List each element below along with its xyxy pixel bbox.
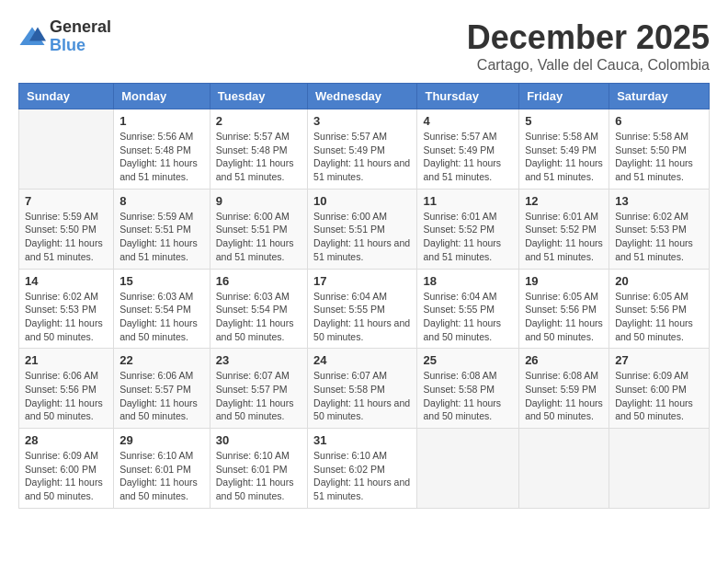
calendar-header-saturday: Saturday [609, 84, 710, 109]
calendar-cell [417, 429, 519, 509]
calendar-cell: 21Sunrise: 6:06 AM Sunset: 5:56 PM Dayli… [19, 349, 114, 429]
logo-blue: Blue [50, 37, 111, 55]
day-info: Sunrise: 5:58 AM Sunset: 5:50 PM Dayligh… [615, 130, 703, 184]
day-info: Sunrise: 6:10 AM Sunset: 6:01 PM Dayligh… [216, 449, 301, 503]
day-info: Sunrise: 6:09 AM Sunset: 6:00 PM Dayligh… [615, 369, 703, 423]
logo-general: General [50, 18, 111, 37]
day-info: Sunrise: 6:07 AM Sunset: 5:58 PM Dayligh… [313, 369, 411, 423]
day-number: 25 [423, 353, 513, 367]
logo: General Blue [18, 18, 111, 55]
day-info: Sunrise: 6:05 AM Sunset: 5:56 PM Dayligh… [525, 290, 603, 344]
day-info: Sunrise: 6:03 AM Sunset: 5:54 PM Dayligh… [119, 290, 204, 344]
calendar-header-monday: Monday [114, 84, 210, 109]
day-number: 3 [313, 114, 411, 128]
day-number: 11 [423, 194, 513, 208]
calendar-header-row: SundayMondayTuesdayWednesdayThursdayFrid… [19, 84, 710, 109]
day-number: 27 [615, 353, 703, 367]
day-number: 16 [216, 274, 301, 288]
calendar-cell: 31Sunrise: 6:10 AM Sunset: 6:02 PM Dayli… [308, 429, 417, 509]
day-info: Sunrise: 6:01 AM Sunset: 5:52 PM Dayligh… [423, 210, 513, 264]
calendar-cell: 9Sunrise: 6:00 AM Sunset: 5:51 PM Daylig… [210, 189, 307, 269]
day-info: Sunrise: 6:00 AM Sunset: 5:51 PM Dayligh… [313, 210, 411, 264]
calendar-cell: 25Sunrise: 6:08 AM Sunset: 5:58 PM Dayli… [417, 349, 519, 429]
logo-icon [18, 26, 46, 48]
calendar-header-thursday: Thursday [417, 84, 519, 109]
calendar-cell [609, 429, 710, 509]
calendar-header-sunday: Sunday [19, 84, 114, 109]
day-number: 26 [525, 353, 603, 367]
day-number: 21 [25, 353, 108, 367]
calendar-cell: 18Sunrise: 6:04 AM Sunset: 5:55 PM Dayli… [417, 269, 519, 349]
calendar-cell: 11Sunrise: 6:01 AM Sunset: 5:52 PM Dayli… [417, 189, 519, 269]
calendar-header-tuesday: Tuesday [210, 84, 307, 109]
calendar-cell: 4Sunrise: 5:57 AM Sunset: 5:49 PM Daylig… [417, 109, 519, 190]
day-info: Sunrise: 6:06 AM Sunset: 5:57 PM Dayligh… [119, 369, 204, 423]
day-info: Sunrise: 5:57 AM Sunset: 5:49 PM Dayligh… [313, 130, 411, 184]
calendar-cell: 3Sunrise: 5:57 AM Sunset: 5:49 PM Daylig… [308, 109, 417, 190]
day-info: Sunrise: 6:08 AM Sunset: 5:59 PM Dayligh… [525, 369, 603, 423]
header: General Blue December 2025 Cartago, Vall… [18, 18, 710, 74]
calendar-week-5: 28Sunrise: 6:09 AM Sunset: 6:00 PM Dayli… [19, 429, 710, 509]
day-info: Sunrise: 6:00 AM Sunset: 5:51 PM Dayligh… [216, 210, 301, 264]
day-info: Sunrise: 6:08 AM Sunset: 5:58 PM Dayligh… [423, 369, 513, 423]
calendar-cell: 27Sunrise: 6:09 AM Sunset: 6:00 PM Dayli… [609, 349, 710, 429]
day-info: Sunrise: 6:04 AM Sunset: 5:55 PM Dayligh… [423, 290, 513, 344]
day-number: 6 [615, 114, 703, 128]
day-number: 30 [216, 433, 301, 447]
day-number: 14 [25, 274, 108, 288]
calendar-cell: 2Sunrise: 5:57 AM Sunset: 5:48 PM Daylig… [210, 109, 307, 190]
day-info: Sunrise: 6:01 AM Sunset: 5:52 PM Dayligh… [525, 210, 603, 264]
calendar-cell: 5Sunrise: 5:58 AM Sunset: 5:49 PM Daylig… [519, 109, 609, 190]
day-number: 2 [216, 114, 301, 128]
day-info: Sunrise: 6:10 AM Sunset: 6:02 PM Dayligh… [313, 449, 411, 503]
calendar-cell: 22Sunrise: 6:06 AM Sunset: 5:57 PM Dayli… [114, 349, 210, 429]
day-number: 1 [119, 114, 204, 128]
calendar-cell: 13Sunrise: 6:02 AM Sunset: 5:53 PM Dayli… [609, 189, 710, 269]
calendar-header-friday: Friday [519, 84, 609, 109]
day-number: 29 [119, 433, 204, 447]
day-number: 10 [313, 194, 411, 208]
calendar-table: SundayMondayTuesdayWednesdayThursdayFrid… [18, 83, 710, 509]
calendar-cell: 12Sunrise: 6:01 AM Sunset: 5:52 PM Dayli… [519, 189, 609, 269]
day-info: Sunrise: 5:57 AM Sunset: 5:48 PM Dayligh… [216, 130, 301, 184]
calendar-cell: 24Sunrise: 6:07 AM Sunset: 5:58 PM Dayli… [308, 349, 417, 429]
day-info: Sunrise: 6:02 AM Sunset: 5:53 PM Dayligh… [25, 290, 108, 344]
day-number: 12 [525, 194, 603, 208]
calendar-cell: 1Sunrise: 5:56 AM Sunset: 5:48 PM Daylig… [114, 109, 210, 190]
day-number: 13 [615, 194, 703, 208]
calendar-cell: 26Sunrise: 6:08 AM Sunset: 5:59 PM Dayli… [519, 349, 609, 429]
calendar-cell: 15Sunrise: 6:03 AM Sunset: 5:54 PM Dayli… [114, 269, 210, 349]
calendar-cell: 10Sunrise: 6:00 AM Sunset: 5:51 PM Dayli… [308, 189, 417, 269]
location-subtitle: Cartago, Valle del Cauca, Colombia [467, 57, 710, 74]
calendar-cell: 29Sunrise: 6:10 AM Sunset: 6:01 PM Dayli… [114, 429, 210, 509]
month-title: December 2025 [467, 18, 710, 57]
day-info: Sunrise: 5:58 AM Sunset: 5:49 PM Dayligh… [525, 130, 603, 184]
calendar-cell: 19Sunrise: 6:05 AM Sunset: 5:56 PM Dayli… [519, 269, 609, 349]
day-number: 31 [313, 433, 411, 447]
day-number: 19 [525, 274, 603, 288]
day-info: Sunrise: 5:57 AM Sunset: 5:49 PM Dayligh… [423, 130, 513, 184]
day-info: Sunrise: 5:59 AM Sunset: 5:51 PM Dayligh… [119, 210, 204, 264]
calendar-cell: 17Sunrise: 6:04 AM Sunset: 5:55 PM Dayli… [308, 269, 417, 349]
day-number: 8 [119, 194, 204, 208]
day-number: 5 [525, 114, 603, 128]
calendar-cell: 7Sunrise: 5:59 AM Sunset: 5:50 PM Daylig… [19, 189, 114, 269]
day-number: 18 [423, 274, 513, 288]
day-number: 7 [25, 194, 108, 208]
calendar-cell: 30Sunrise: 6:10 AM Sunset: 6:01 PM Dayli… [210, 429, 307, 509]
calendar-week-4: 21Sunrise: 6:06 AM Sunset: 5:56 PM Dayli… [19, 349, 710, 429]
calendar-week-2: 7Sunrise: 5:59 AM Sunset: 5:50 PM Daylig… [19, 189, 710, 269]
calendar-header-wednesday: Wednesday [308, 84, 417, 109]
calendar-cell [19, 109, 114, 190]
calendar-cell: 6Sunrise: 5:58 AM Sunset: 5:50 PM Daylig… [609, 109, 710, 190]
day-number: 22 [119, 353, 204, 367]
calendar-cell: 23Sunrise: 6:07 AM Sunset: 5:57 PM Dayli… [210, 349, 307, 429]
day-number: 9 [216, 194, 301, 208]
day-number: 4 [423, 114, 513, 128]
day-number: 20 [615, 274, 703, 288]
day-number: 23 [216, 353, 301, 367]
day-info: Sunrise: 6:04 AM Sunset: 5:55 PM Dayligh… [313, 290, 411, 344]
day-number: 28 [25, 433, 108, 447]
day-info: Sunrise: 6:07 AM Sunset: 5:57 PM Dayligh… [216, 369, 301, 423]
title-section: December 2025 Cartago, Valle del Cauca, … [467, 18, 710, 74]
